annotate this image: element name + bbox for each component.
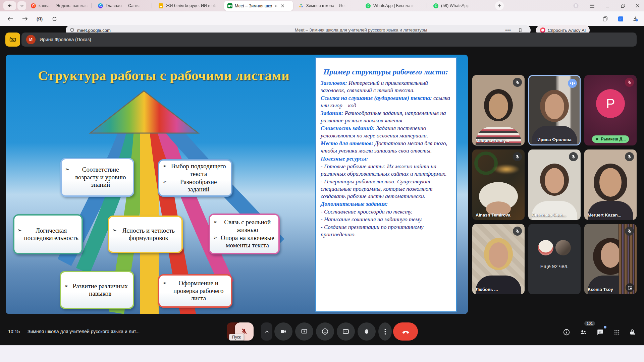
- hand-icon: [363, 328, 370, 335]
- picture-in-picture-icon[interactable]: [626, 283, 634, 292]
- present-icon: [301, 328, 308, 335]
- camera-button[interactable]: [274, 322, 292, 341]
- tab-whatsapp-web[interactable]: ✆ WhatsApp | Бесплатный з: [366, 0, 414, 11]
- tab-list-chevron[interactable]: [17, 1, 26, 10]
- panel-item: - Генераторы рабочих листов: Существуют …: [321, 178, 451, 200]
- tab-title: (58) WhatsApp: [441, 3, 469, 8]
- participant-tile-irina[interactable]: Ирина Фролова: [528, 75, 581, 145]
- tab-whatsapp-2[interactable]: ✆ (58) WhatsApp: [433, 0, 469, 11]
- bookmark-icon[interactable]: [518, 27, 523, 33]
- participant-tile-meruert[interactable]: Meruert Kazan...: [584, 149, 637, 220]
- slide-title: Структура работы с рабочими листами: [38, 67, 293, 83]
- panel-item: Заголовок: Интересный и привлекательный …: [321, 79, 451, 94]
- panel-item: Место для ответов: Достаточно места для …: [321, 140, 451, 155]
- google-slides-favicon: [158, 3, 163, 8]
- speaker-icon: [7, 3, 12, 8]
- tab-google-slides[interactable]: ЖИ білім беруде. ИИ в об: [158, 0, 216, 11]
- tab-title: Зимняя школа – Google Д: [306, 3, 346, 8]
- host-controls-button[interactable]: [628, 328, 637, 337]
- keyboard-off-icon: [9, 36, 16, 43]
- tab-yandex-search[interactable]: Я канва — Яндекс: нашлась: [31, 0, 89, 11]
- mic-off-icon: [625, 227, 634, 236]
- slide-box-skills: ➢Развитие различных навыков: [60, 271, 134, 309]
- people-button[interactable]: [579, 328, 588, 337]
- restore-icon: [621, 4, 625, 8]
- tab-meet-active[interactable]: Meet – Зимняя шко: [224, 1, 293, 11]
- more-icon[interactable]: •••: [505, 27, 511, 33]
- tab-close-icon[interactable]: [281, 4, 284, 8]
- bullet-marker: ➢: [213, 235, 218, 249]
- participant-tile-ainash[interactable]: Ainash Temirova: [472, 149, 525, 220]
- presenter-banner[interactable]: И Ирина Фролова (Показ): [21, 33, 637, 47]
- participant-name: Ainash Temirova: [476, 213, 522, 218]
- browser-toolbar: (Я) meet.google.com Meet – Зимняя школа …: [0, 11, 644, 26]
- panel-item: - Написание сочинения на заданную тему.: [321, 216, 451, 223]
- tab-divider: [359, 3, 359, 8]
- box-text: Развитие различных навыков: [71, 283, 129, 298]
- activities-button[interactable]: [612, 328, 621, 337]
- box-text: Логическая последовательность: [24, 227, 79, 242]
- tab-audio-button[interactable]: [3, 1, 16, 10]
- participant-tile-ksenia[interactable]: Ksenia Tsoy: [584, 224, 637, 294]
- bullet-marker: ➢: [112, 228, 117, 242]
- downloads-button[interactable]: [631, 15, 639, 23]
- reload-button[interactable]: [50, 15, 58, 23]
- browser-menu-button[interactable]: [586, 0, 598, 11]
- back-button[interactable]: [6, 15, 14, 23]
- collections-button[interactable]: [601, 15, 609, 23]
- window-restore-button[interactable]: [617, 0, 629, 11]
- participant-tile-svetlana[interactable]: Светлана Фил...: [528, 149, 581, 220]
- chevron-down-icon: [20, 4, 24, 8]
- meeting-time: 10:15: [8, 329, 20, 334]
- people-icon: [579, 328, 587, 336]
- blue-doc-icon: [618, 16, 623, 21]
- whatsapp-favicon: ✆: [366, 3, 371, 8]
- forward-button[interactable]: [21, 15, 29, 23]
- chat-button[interactable]: [596, 328, 604, 337]
- more-options-button[interactable]: [378, 322, 392, 341]
- reactions-button[interactable]: [316, 322, 334, 341]
- extension-button[interactable]: [616, 15, 625, 23]
- presenter-avatar: И: [26, 35, 36, 44]
- end-call-button[interactable]: [393, 322, 418, 341]
- yandex-home-button[interactable]: (Я): [36, 15, 44, 23]
- present-button[interactable]: [295, 322, 313, 341]
- captions-button[interactable]: [337, 322, 355, 341]
- divider: [23, 328, 23, 335]
- window-minimize-button[interactable]: [602, 0, 613, 11]
- bullet-marker: ➢: [163, 280, 167, 302]
- captions-off-button[interactable]: [5, 33, 20, 47]
- window-close-button[interactable]: [632, 0, 643, 11]
- meeting-details-button[interactable]: [562, 328, 571, 337]
- tab-divider: [152, 3, 152, 8]
- participant-name: Мадина Толеу...: [476, 138, 522, 143]
- box-text: Опора на ключевые моменты текста: [220, 234, 275, 249]
- overflow-tile[interactable]: Ещё 92 чел.: [528, 224, 581, 294]
- participant-tile-rymkesh[interactable]: P Рымкеш Д...: [584, 75, 637, 145]
- arrow-left-icon: [7, 16, 13, 21]
- participant-name: Meruert Kazan...: [588, 213, 634, 218]
- tab-audio-icon: [274, 4, 278, 8]
- tab-google-drive[interactable]: Зимняя школа – Google Д: [299, 0, 346, 11]
- overflow-avatars: [538, 240, 571, 255]
- participant-tile-madina[interactable]: Мадина Толеу...: [472, 75, 525, 145]
- participant-tile-lyubov[interactable]: Любовь ...: [472, 224, 525, 294]
- participant-name: Любовь ...: [476, 287, 522, 292]
- tab-title: Meet – Зимняя шко: [235, 4, 272, 8]
- panel-item: Полезные ресурсы:: [321, 155, 451, 163]
- tab-title: Главная — Canva: [106, 3, 140, 8]
- profile-button[interactable]: [570, 0, 582, 11]
- alice-label: Спросить Алису AI: [548, 28, 586, 33]
- arrow-right-icon: [22, 16, 28, 21]
- presentation-stage[interactable]: Структура работы с рабочими листами ➢Соо…: [6, 55, 468, 314]
- new-tab-button[interactable]: [495, 1, 504, 10]
- emoji-icon: [321, 328, 329, 335]
- panel-item: Дополнительные задания:: [321, 200, 451, 208]
- hamburger-icon: [589, 3, 595, 8]
- mic-options-chevron[interactable]: [261, 322, 272, 341]
- tab-canva[interactable]: C Главная — Canva: [98, 0, 140, 11]
- call-end-icon: [401, 327, 410, 336]
- panel-item: - Готовые рабочие листы: Их можно найти …: [321, 163, 451, 178]
- mic-off-icon: [625, 78, 634, 87]
- raise-hand-button[interactable]: [358, 322, 376, 341]
